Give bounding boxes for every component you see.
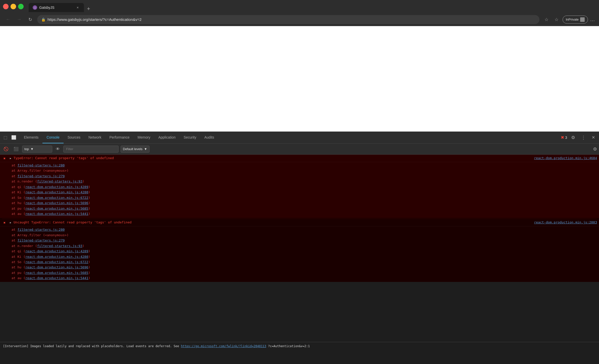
tab-sources[interactable]: Sources [64,132,84,143]
minimize-window-button[interactable] [11,4,16,9]
browser-tab-gatsbyjs[interactable]: GatsbyJS × [29,3,84,12]
stack-link[interactable]: filtered-starters.js:280 [17,228,65,231]
collections-button[interactable]: ☆ [553,16,561,24]
tab-bar: GatsbyJS × + [29,1,596,12]
stack-link[interactable]: filtered-starters.js:93 [37,244,82,248]
tab-console[interactable]: Console [42,132,63,143]
inprivate-label: InPrivate [566,18,579,21]
stack-link[interactable]: react-dom.production.min.js:5441 [25,212,88,216]
stack-link[interactable]: filtered-starters.js:280 [17,163,65,167]
traffic-lights [3,4,24,9]
error-stack-1: at filtered-starters.js:280 at Array.fil… [0,162,599,217]
console-error-entry-1: ✖ ▶ TypeError: Cannot read property 'tag… [0,155,599,162]
maximize-window-button[interactable] [18,4,24,9]
stack-link[interactable]: filtered-starters.js:279 [17,174,65,178]
stack-link[interactable]: react-dom.production.min.js:4289 [25,185,88,189]
intervention-link[interactable]: https://go.microsoft.com/fwlink/?linkid=… [181,344,266,348]
forward-button[interactable]: → [15,16,23,24]
gatsby-favicon [33,5,37,10]
stack-link[interactable]: filtered-starters.js:279 [17,238,65,242]
level-dropdown-icon: ▼ [144,147,147,151]
stack-link[interactable]: react-dom.production.min.js:5696 [25,265,88,269]
stack-link[interactable]: react-dom.production.min.js:5685 [25,271,88,275]
error-source-1[interactable]: react-dom.production.min.js:4684 [534,156,597,160]
stack-link[interactable]: filtered-starters.js:93 [37,179,82,183]
browser-chrome: GatsbyJS × + ← → ↻ 🔒 https://www.gatsbyj… [0,0,599,26]
address-bar: ← → ↻ 🔒 https://www.gatsbyjs.org/starter… [0,13,599,26]
console-error-entry-2: ✖ ▶ Uncaught TypeError: Cannot read prop… [0,217,599,226]
tab-audits[interactable]: Audits [200,132,218,143]
stack-link[interactable]: react-dom.production.min.js:4289 [25,249,88,253]
error-count: 3 [565,136,567,140]
console-eye-button[interactable]: 👁 [54,146,61,152]
favorite-button[interactable]: ☆ [542,16,551,24]
page-content [0,26,599,132]
stack-link[interactable]: react-dom.production.min.js:5441 [25,276,88,280]
tab-network[interactable]: Network [84,132,105,143]
console-filter-input[interactable] [63,146,119,153]
error-message-1: TypeError: Cannot read property 'tags' o… [14,156,532,161]
stack-link[interactable]: react-dom.production.min.js:6722 [25,196,88,200]
tab-title: GatsbyJS [39,6,73,10]
more-options-button[interactable]: … [590,17,595,22]
devtools-more-tabs-button[interactable]: ⋮ [579,134,588,141]
devtools-inspect-button[interactable]: ⬚ [2,134,9,141]
error-toggle-1[interactable]: ▶ [9,156,13,160]
tab-security[interactable]: Security [180,132,201,143]
tab-application[interactable]: Application [154,132,180,143]
status-bar: [Intervention] Images loaded lazily and … [0,342,599,350]
context-value: top [24,147,29,151]
intervention-text: [Intervention] Images loaded lazily and … [3,344,596,348]
devtools-close-button[interactable]: ✕ [590,134,597,141]
error-icon: ✖ [561,135,564,140]
console-sidebar-button[interactable]: ⬛ [12,146,20,152]
console-clear-button[interactable]: 🚫 [2,146,10,152]
error-icon-1: ✖ [2,156,7,161]
stack-link[interactable]: react-dom.production.min.js:6722 [25,260,88,264]
back-button[interactable]: ← [4,16,12,24]
error-count-badge: ✖ 3 [561,135,567,140]
new-tab-button[interactable]: + [84,6,93,12]
refresh-button[interactable]: ↻ [26,16,34,24]
console-toolbar: 🚫 ⬛ top ▼ 👁 Default levels ▼ ⚙ [0,144,599,155]
stack-link[interactable]: react-dom.production.min.js:5696 [25,201,88,205]
address-actions: ☆ ☆ InPrivate … [542,16,595,24]
inprivate-icon [580,17,585,22]
devtools-device-button[interactable]: ⬜ [10,134,18,141]
inprivate-button[interactable]: InPrivate [563,16,588,24]
console-output: ✖ ▶ TypeError: Cannot read property 'tag… [0,155,599,342]
console-settings-button[interactable]: ⚙ [593,146,597,152]
url-display: https://www.gatsbyjs.org/starters/?c=Aut… [47,17,535,22]
close-window-button[interactable] [3,4,9,9]
devtools-tabs-right: ✖ 3 ⚙ ⋮ ✕ [561,134,597,141]
error-message-2: Uncaught TypeError: Cannot read property… [14,220,532,225]
error-stack-2: at filtered-starters.js:280 at Array.fil… [0,226,599,282]
error-source-2[interactable]: react-dom.production.min.js:2883 [534,220,597,224]
context-dropdown-icon: ▼ [30,147,34,151]
log-level-selector[interactable]: Default levels ▼ [121,146,149,153]
stack-link[interactable]: react-dom.production.min.js:4280 [25,190,88,194]
stack-link[interactable]: react-dom.production.min.js:4280 [25,255,88,259]
address-input-wrapper[interactable]: 🔒 https://www.gatsbyjs.org/starters/?c=A… [37,15,539,24]
devtools-panel: ⬚ ⬜ Elements Console Sources Network Per… [0,132,599,350]
tab-elements[interactable]: Elements [20,132,42,143]
context-selector[interactable]: top ▼ [22,146,52,153]
lock-icon: 🔒 [41,18,45,22]
tab-close-button[interactable]: × [75,5,80,10]
tab-performance[interactable]: Performance [105,132,133,143]
devtools-settings-tab-button[interactable]: ⚙ [569,134,577,141]
title-bar: GatsbyJS × + [0,0,599,13]
error-icon-2: ✖ [2,220,7,225]
devtools-tab-bar: ⬚ ⬜ Elements Console Sources Network Per… [0,132,599,144]
error-toggle-2[interactable]: ▶ [9,220,13,224]
tab-memory[interactable]: Memory [134,132,155,143]
level-value: Default levels [123,147,142,151]
stack-link[interactable]: react-dom.production.min.js:5685 [25,207,88,210]
